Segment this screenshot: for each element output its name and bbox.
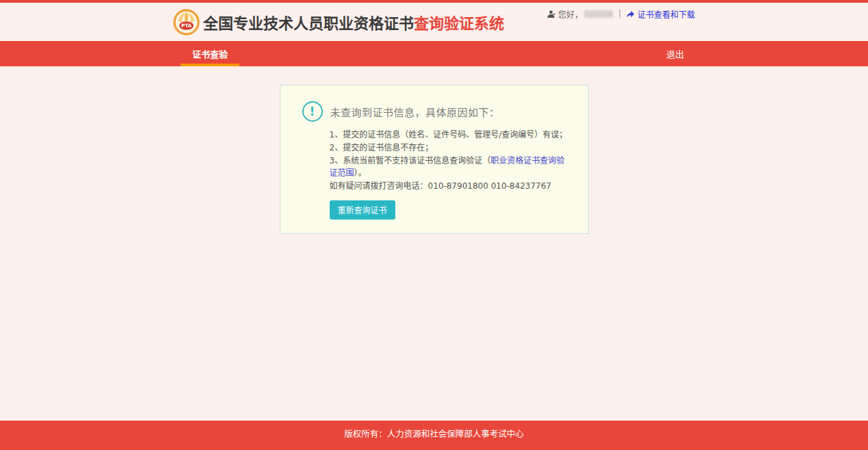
user-name-redacted <box>584 10 613 18</box>
site-footer: 版权所有：人力资源和社会保障部人事考试中心 <box>0 421 868 450</box>
page-title: 全国专业技术人员职业资格证书查询验证系统 <box>203 11 504 33</box>
requery-button[interactable]: 重新查询证书 <box>330 200 395 220</box>
user-icon <box>547 10 555 18</box>
brand: PTA 全国专业技术人员职业资格证书查询验证系统 <box>173 9 504 36</box>
pta-logo-icon: PTA <box>173 9 200 36</box>
tab-cert-check[interactable]: 证书查验 <box>181 41 239 66</box>
reason-2: 2、提交的证书信息不存在； <box>330 142 568 154</box>
reason-3-prefix: 3、系统当前暂不支持该证书信息查询验证（ <box>330 156 491 166</box>
user-area: 您好， | 证书查看和下载 <box>547 8 695 20</box>
result-head: ! 未查询到证书信息，具体原因如下： <box>302 101 568 122</box>
share-arrow-icon <box>626 10 635 18</box>
reason-3-suffix: ）。 <box>354 168 367 178</box>
view-download-link[interactable]: 证书查看和下载 <box>637 8 695 20</box>
main-content: ! 未查询到证书信息，具体原因如下： 1、提交的证书信息（姓名、证件号码、管理号… <box>0 66 868 421</box>
result-title: 未查询到证书信息，具体原因如下： <box>330 105 500 119</box>
tab-cert-check-label: 证书查验 <box>192 47 228 60</box>
page-title-main: 全国专业技术人员职业资格证书 <box>203 15 414 32</box>
greeting-label: 您好， <box>558 8 583 20</box>
hotline-text: 如有疑问请拨打咨询电话：010-87901800 010-84237767 <box>330 180 568 192</box>
site-header: PTA 全国专业技术人员职业资格证书查询验证系统 您好， | 证书查看和下载 <box>0 3 868 41</box>
active-tab-underline <box>181 64 239 66</box>
reason-3: 3、系统当前暂不支持该证书信息查询验证（职业资格证书查询验证范围）。 <box>330 155 568 179</box>
separator: | <box>618 9 621 18</box>
page-title-accent: 查询验证系统 <box>414 15 504 32</box>
query-result-box: ! 未查询到证书信息，具体原因如下： 1、提交的证书信息（姓名、证件号码、管理号… <box>280 85 589 234</box>
copyright-text: 版权所有：人力资源和社会保障部人事考试中心 <box>344 427 524 440</box>
main-nav: 证书查验 退出 <box>0 41 868 66</box>
reason-1: 1、提交的证书信息（姓名、证件号码、管理号/查询编号）有误； <box>330 129 568 141</box>
reason-list: 1、提交的证书信息（姓名、证件号码、管理号/查询编号）有误； 2、提交的证书信息… <box>330 129 568 192</box>
exclamation-circle-icon: ! <box>302 101 323 122</box>
svg-text:PTA: PTA <box>181 23 192 29</box>
logout-button[interactable]: 退出 <box>655 41 695 66</box>
logout-label: 退出 <box>666 47 684 60</box>
